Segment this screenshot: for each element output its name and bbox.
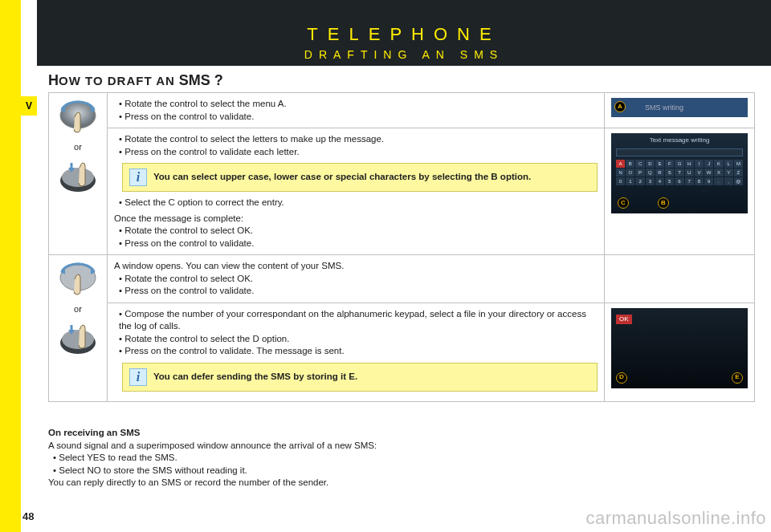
table-row: Compose the number of your correspondant… <box>49 303 755 401</box>
section-heading: HOW TO DRAFT AN SMS ? <box>48 72 223 89</box>
footer-line: You can reply directly to an SMS or reco… <box>48 477 707 489</box>
rotary-knob-icon <box>55 98 100 138</box>
marker-c-icon: C <box>618 197 629 209</box>
page-header: TELEPHONE DRAFTING AN SMS <box>37 18 771 61</box>
table-row: or A window opens. You can view the cont… <box>49 255 755 303</box>
watermark: carmanualsonline.info <box>585 508 766 529</box>
kb-entry-field <box>616 148 743 156</box>
press-knob-icon <box>55 319 100 359</box>
instruction-cell: Compose the number of your correspondant… <box>108 303 605 401</box>
bullet: Press on the control to validate. <box>119 238 598 250</box>
marker-b-icon: B <box>658 197 669 209</box>
bullet: Rotate the control to select OK. <box>119 225 598 238</box>
bullet: Rotate the control to select OK. <box>119 273 598 286</box>
info-box: i You can defer sending the SMS by stori… <box>122 363 598 392</box>
bullet: Compose the number of your correspondant… <box>119 308 598 333</box>
page-number: 48 <box>22 510 34 522</box>
section-tab: V <box>21 96 37 116</box>
marker-d-icon: D <box>616 372 627 384</box>
or-label: or <box>55 303 100 315</box>
rotary-knob-icon <box>55 260 100 300</box>
screenshot-keyboard: Text message writing ABCDEFGHIJKLM NOPQR… <box>611 133 748 213</box>
once-line: Once the message is complete: <box>114 213 598 225</box>
screenshot-cell: OK D E <box>605 303 755 401</box>
footer-line: A sound signal and a superimposed window… <box>48 440 707 453</box>
bullet: Select YES to read the SMS. <box>53 452 707 465</box>
info-box: i You can select upper case, lower case … <box>122 163 598 192</box>
svg-point-4 <box>62 168 94 187</box>
bullet: Press on the control to validate. The me… <box>119 345 598 358</box>
instruction-cell: Rotate the control to select the letters… <box>108 128 605 255</box>
table-row: or Rotate the control to select the menu… <box>49 93 755 128</box>
info-text: You can defer sending the SMS by storing… <box>153 371 357 384</box>
bullet: Press on the control to validate. <box>119 111 598 124</box>
screenshot-menu-a: A SMS writing <box>611 98 748 117</box>
control-image-cell: or <box>49 93 108 255</box>
heading-post: SMS ? <box>175 72 223 88</box>
send-ok-label: OK <box>616 315 632 325</box>
kb-grid: ABCDEFGHIJKLM NOPQRSTUVWXYZ 0123456789.,… <box>616 160 743 185</box>
table-row: Rotate the control to select the letters… <box>49 128 755 255</box>
bullet: Press on the control to validate. <box>119 285 598 298</box>
bullet: Rotate the control to select the D optio… <box>119 333 598 346</box>
bullet: Press on the control to validate each le… <box>119 146 598 159</box>
bullet: Rotate the control to select the letters… <box>119 133 598 146</box>
header-subtitle: DRAFTING AN SMS <box>37 45 771 61</box>
info-icon: i <box>129 169 147 186</box>
instruction-table: or Rotate the control to select the menu… <box>48 92 755 402</box>
marker-e-icon: E <box>732 372 743 384</box>
info-text: You can select upper case, lower case or… <box>153 171 531 184</box>
kb-title: Text message writing <box>611 133 748 145</box>
info-icon: i <box>129 368 147 386</box>
screenshot-cell: A SMS writing <box>605 93 755 128</box>
screenshot-send: OK D E <box>611 308 748 388</box>
bullet: Rotate the control to select the menu A. <box>119 98 598 111</box>
svg-point-10 <box>62 330 94 349</box>
footer-block: On receiving an SMS A sound signal and a… <box>48 427 707 489</box>
or-label: or <box>55 141 100 153</box>
instruction-cell: Rotate the control to select the menu A.… <box>108 93 605 128</box>
spine-bar <box>0 0 21 532</box>
footer-heading: On receiving an SMS <box>48 427 707 440</box>
instruction-cell: A window opens. You can view the content… <box>108 255 605 303</box>
screenshot-cell: Text message writing ABCDEFGHIJKLM NOPQR… <box>605 128 755 255</box>
bullet: Select the C option to correct the entry… <box>119 197 598 209</box>
heading-initial: H <box>48 72 59 88</box>
press-knob-icon <box>55 156 100 197</box>
heading-rest: OW TO DRAFT AN <box>59 74 175 87</box>
intro-line: A window opens. You can view the content… <box>114 260 598 273</box>
bullet: Select NO to store the SMS without readi… <box>53 465 707 477</box>
screenshot-cell-empty <box>605 255 755 303</box>
marker-a-icon: A <box>614 101 626 112</box>
header-title: TELEPHONE <box>37 18 771 45</box>
screenshot-label: SMS writing <box>645 103 683 112</box>
control-image-cell: or <box>49 255 108 402</box>
send-row: OK <box>616 315 632 325</box>
